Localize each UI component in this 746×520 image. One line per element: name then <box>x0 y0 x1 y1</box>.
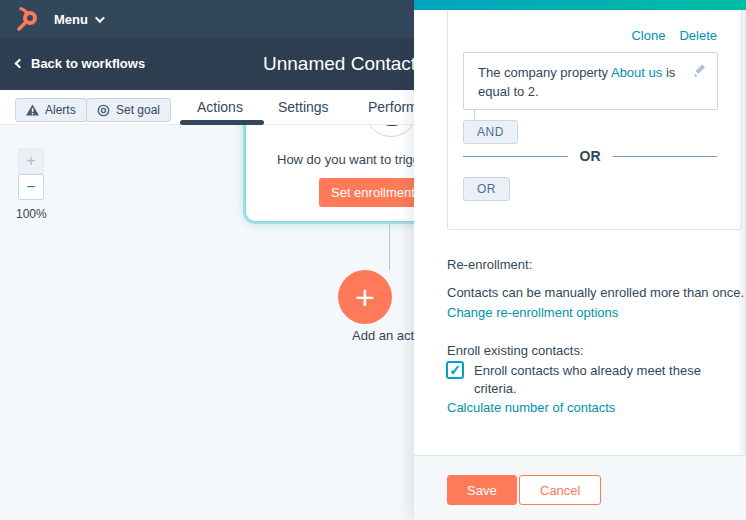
or-divider-label: OR <box>580 148 601 164</box>
delete-link[interactable]: Delete <box>679 28 717 43</box>
contact-icon <box>365 125 417 137</box>
tab-actions[interactable]: Actions <box>197 99 243 115</box>
workflow-editor: + − 100% How do you want to trigger Set … <box>0 0 746 520</box>
active-tab-indicator <box>180 120 264 125</box>
enroll-existing-checkbox[interactable]: ✓ <box>446 361 464 379</box>
and-button[interactable]: AND <box>463 120 518 144</box>
calculate-contacts-link[interactable]: Calculate number of contacts <box>447 400 615 415</box>
back-to-workflows-link[interactable]: Back to workflows <box>16 56 145 71</box>
warning-icon <box>26 104 39 116</box>
alerts-label: Alerts <box>45 103 76 117</box>
menu-label: Menu <box>54 12 88 27</box>
connector-line <box>389 223 390 270</box>
set-goal-label: Set goal <box>116 103 160 117</box>
filter-text-before: The company property <box>478 65 611 80</box>
or-divider: OR <box>463 146 717 166</box>
zoom-in-button[interactable]: + <box>18 148 44 174</box>
cancel-button[interactable]: Cancel <box>519 475 601 505</box>
edit-pencil-icon[interactable] <box>692 63 708 79</box>
chevron-left-icon <box>15 59 25 69</box>
clone-link[interactable]: Clone <box>631 28 665 43</box>
hubspot-logo-icon[interactable] <box>14 6 40 32</box>
filter-connector-line <box>474 110 475 120</box>
filter-criteria-box[interactable]: The company property About us is equal t… <box>463 52 718 110</box>
add-action-button[interactable]: + <box>338 270 392 324</box>
zoom-out-button[interactable]: − <box>18 174 44 200</box>
tab-settings[interactable]: Settings <box>278 99 329 115</box>
back-label: Back to workflows <box>31 56 145 71</box>
menu-button[interactable]: Menu <box>54 12 102 27</box>
enroll-existing-heading: Enroll existing contacts: <box>447 343 584 358</box>
reenrollment-heading: Re-enrollment: <box>447 257 532 272</box>
target-icon <box>97 104 110 117</box>
enroll-existing-checkbox-label: Enroll contacts who already meet these c… <box>474 362 719 398</box>
zoom-level: 100% <box>16 207 47 221</box>
change-reenrollment-link[interactable]: Change re-enrollment options <box>447 305 618 320</box>
chevron-down-icon <box>95 13 105 23</box>
or-button[interactable]: OR <box>463 177 510 201</box>
reenrollment-description: Contacts can be manually enrolled more t… <box>447 285 744 300</box>
set-goal-button[interactable]: Set goal <box>86 98 171 122</box>
alerts-button[interactable]: Alerts <box>15 98 87 122</box>
save-button[interactable]: Save <box>447 475 517 505</box>
trigger-question: How do you want to trigger <box>277 152 432 167</box>
panel-accent-bar <box>414 0 746 10</box>
panel-footer: Save Cancel <box>414 455 746 520</box>
filter-property-link[interactable]: About us <box>611 65 662 80</box>
enrollment-panel: Clone Delete The company property About … <box>414 0 746 520</box>
